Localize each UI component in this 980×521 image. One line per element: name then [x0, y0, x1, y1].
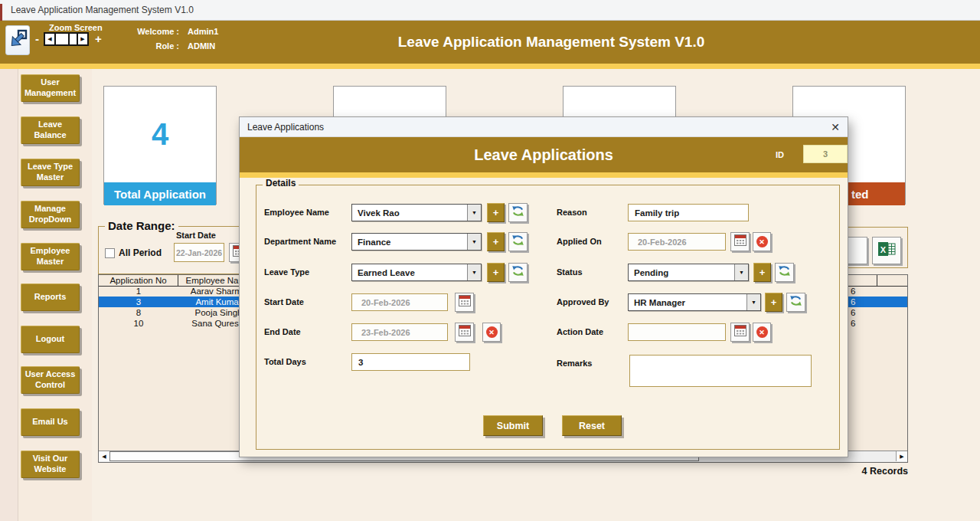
cell-right-fragment: 6 [851, 318, 874, 329]
start-date-calendar-button[interactable] [455, 293, 474, 312]
refresh-approver-button[interactable] [786, 293, 805, 312]
clear-applied-on-button[interactable]: ✕ [753, 232, 771, 251]
window-titlebar: Leave Application Management System V1.0 [0, 0, 980, 21]
sidebar-item-label: Visit Our Website [21, 454, 79, 475]
id-label: ID [776, 150, 784, 159]
refresh-leave-type-button[interactable] [508, 263, 528, 282]
chevron-down-icon[interactable]: ▼ [467, 205, 481, 221]
clear-action-date-button[interactable]: ✕ [753, 323, 771, 342]
reset-button[interactable]: Reset [562, 415, 622, 436]
refresh-employee-button[interactable] [508, 203, 528, 222]
start-date-field[interactable]: 20-Feb-2026 [351, 293, 448, 311]
applied-on-field[interactable]: 20-Feb-2026 [628, 233, 726, 251]
sidebar-item-user-management[interactable]: User Management [21, 74, 80, 102]
cell-application-no: 8 [99, 307, 178, 318]
dialog-titlebar: Leave Applications ✕ [240, 117, 848, 137]
cell-application-no: 10 [99, 318, 178, 329]
sidebar-item-label: Logout [36, 334, 64, 345]
chevron-down-icon[interactable]: ▼ [467, 234, 481, 250]
close-icon[interactable]: ✕ [831, 121, 840, 133]
sidebar-item-employee-master[interactable]: Employee Master [21, 243, 80, 270]
end-date-calendar-button[interactable] [455, 323, 474, 342]
scroll-right-icon[interactable]: ▶ [896, 451, 907, 461]
department-name-combobox[interactable]: Finance ▼ [351, 233, 482, 251]
refresh-icon [511, 204, 525, 221]
refresh-status-button[interactable] [775, 263, 794, 282]
zoom-screen-label: Zoom Screen [49, 23, 103, 32]
status-combobox[interactable]: Pending ▼ [628, 264, 749, 281]
cell-right-fragment: 6 [851, 307, 874, 318]
date-range-legend: Date Range: [105, 219, 178, 232]
remarks-field[interactable] [629, 355, 812, 387]
sidebar-item-reports[interactable]: Reports [21, 283, 80, 311]
total-days-field[interactable]: 3 [351, 353, 470, 371]
department-name-label: Department Name [264, 237, 348, 246]
chevron-down-icon[interactable]: ▼ [746, 294, 760, 310]
sidebar-item-label: Reports [34, 292, 67, 303]
sidebar-item-logout[interactable]: Logout [21, 326, 80, 353]
chevron-down-icon[interactable]: ▼ [467, 264, 481, 280]
exit-screen-button[interactable] [5, 25, 30, 55]
sidebar-item-manage-dropdown[interactable]: Manage DropDown [21, 201, 80, 228]
action-date-calendar-button[interactable] [730, 323, 750, 342]
add-status-button[interactable]: + [753, 263, 771, 282]
total-application-card: 4 Total Application [103, 86, 217, 205]
id-field[interactable]: 3 [803, 145, 848, 163]
sidebar-item-leave-balance[interactable]: Leave Balance [21, 116, 80, 144]
approved-by-combobox[interactable]: HR Manager ▼ [628, 293, 761, 311]
start-date-label: Start Date [176, 231, 216, 240]
end-date-field[interactable]: 23-Feb-2026 [351, 323, 448, 341]
combo-value: HR Manager [634, 298, 685, 307]
zoom-slider[interactable]: ◀ ▶ [44, 32, 87, 46]
total-application-count: 4 [104, 87, 216, 182]
scroll-left-icon[interactable]: ◀ [99, 451, 110, 461]
zoom-in-label[interactable]: + [95, 32, 102, 45]
leave-type-label: Leave Type [264, 267, 348, 277]
remarks-label: Remarks [557, 359, 641, 368]
leave-type-combobox[interactable]: Earned Leave ▼ [351, 264, 482, 281]
add-employee-button[interactable]: + [487, 203, 505, 222]
header-column-line [877, 275, 877, 286]
sidebar-item-label: User Access Control [21, 369, 79, 391]
dialog-title: Leave Applications [247, 122, 324, 133]
application-window: Leave Application Management System V1.0… [0, 0, 980, 521]
column-header-application-no[interactable]: Application No [99, 275, 178, 286]
leave-applications-dialog: Leave Applications ✕ Leave Applications … [239, 116, 848, 457]
cell-application-no: 3 [99, 297, 178, 307]
sidebar-item-email-us[interactable]: Email Us [21, 408, 80, 436]
all-period-checkbox[interactable] [105, 248, 115, 258]
combo-value: Earned Leave [358, 268, 415, 277]
chevron-down-icon[interactable]: ▼ [734, 264, 748, 280]
start-date-filter-field[interactable]: 22-Jan-2026 [174, 243, 224, 262]
reason-field[interactable]: Family trip [628, 204, 749, 221]
total-days-label: Total Days [264, 357, 348, 366]
zoom-slider-thumb[interactable] [54, 32, 70, 46]
submit-button[interactable]: Submit [483, 415, 543, 436]
export-excel-button[interactable]: X [872, 237, 901, 264]
sidebar-item-user-access-control[interactable]: User Access Control [21, 366, 80, 394]
action-date-field[interactable] [628, 323, 726, 341]
sidebar-item-visit-our-website[interactable]: Visit Our Website [21, 451, 80, 478]
app-title: Leave Application Management System V1.0 [122, 21, 980, 64]
dialog-header-title: Leave Applications [474, 146, 613, 164]
add-leave-type-button[interactable]: + [487, 263, 505, 282]
total-application-card-bar: Total Application [104, 182, 216, 205]
dialog-header-stripe [240, 172, 848, 178]
end-date-label: End Date [264, 327, 348, 336]
sidebar-item-label: Manage DropDown [21, 204, 79, 225]
applied-on-calendar-button[interactable] [730, 232, 750, 251]
add-approver-button[interactable]: + [765, 293, 782, 312]
employee-name-label: Employee Name [264, 208, 348, 217]
sidebar-item-leave-type-master[interactable]: Leave Type Master [21, 159, 80, 186]
combo-value: Vivek Rao [358, 208, 400, 218]
zoom-slider-right-arrow[interactable]: ▶ [77, 32, 89, 46]
employee-name-combobox[interactable]: Vivek Rao ▼ [351, 204, 482, 221]
excel-icon: X [878, 241, 896, 260]
refresh-icon [511, 233, 525, 251]
sidebar-item-label: Leave Balance [21, 120, 79, 141]
clear-end-date-button[interactable]: ✕ [482, 323, 501, 342]
refresh-department-button[interactable] [508, 232, 528, 251]
zoom-out-label[interactable]: - [35, 32, 39, 45]
sidebar-item-label: User Management [21, 77, 79, 99]
add-department-button[interactable]: + [487, 232, 505, 251]
